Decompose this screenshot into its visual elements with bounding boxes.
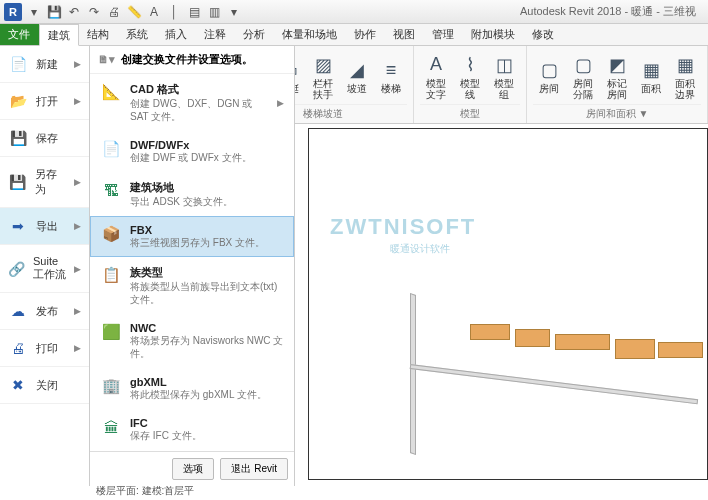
ribbon-button[interactable]: ◩标记 房间 [601, 48, 633, 104]
export-option[interactable]: 🏢gbXML将此模型保存为 gbXML 文件。 [90, 368, 294, 409]
ribbon-label: 栏杆扶手 [311, 78, 335, 100]
app-logo: R [4, 3, 22, 21]
chevron-right-icon: ▶ [74, 264, 81, 274]
file-menu-item[interactable]: 💾保存 [0, 120, 89, 157]
tab-systems[interactable]: 系统 [118, 24, 157, 45]
file-item-label: 导出 [36, 219, 58, 234]
chevron-right-icon: ▶ [74, 221, 81, 231]
tab-insert[interactable]: 插入 [157, 24, 196, 45]
export-option-desc: 将场景另存为 Navisworks NWC 文件。 [130, 334, 284, 360]
export-option[interactable]: 🏛IFC保存 IFC 文件。 [90, 409, 294, 450]
file-item-icon: 📄 [8, 56, 28, 72]
ribbon-icon: ≡ [379, 58, 403, 82]
ribbon-icon: ◩ [605, 53, 629, 77]
tab-file[interactable]: 文件 [0, 24, 39, 45]
qat-view2-icon[interactable]: ▥ [206, 4, 222, 20]
file-menu-item[interactable]: 📄新建▶ [0, 46, 89, 83]
export-option[interactable]: 🟩NWC将场景另存为 Navisworks NWC 文件。 [90, 314, 294, 368]
export-option-icon: 📋 [100, 265, 122, 285]
ribbon-button[interactable]: ◢坡道 [341, 48, 373, 104]
exit-revit-button[interactable]: 退出 Revit [220, 458, 288, 480]
qat-save-icon[interactable]: 💾 [46, 4, 62, 20]
qat-measure-icon[interactable]: 📏 [126, 4, 142, 20]
ribbon-label: 模型 线 [458, 78, 482, 100]
file-menu-item[interactable]: 📂打开▶ [0, 83, 89, 120]
tab-analyze[interactable]: 分析 [235, 24, 274, 45]
ribbon-button[interactable]: ◫模型 组 [488, 48, 520, 104]
ribbon-button[interactable]: ▢房间 分隔 [567, 48, 599, 104]
tab-collab[interactable]: 协作 [346, 24, 385, 45]
qat-view1-icon[interactable]: ▤ [186, 4, 202, 20]
tab-annotate[interactable]: 注释 [196, 24, 235, 45]
ribbon-label: 坡道 [347, 83, 367, 94]
file-item-icon: 💾 [8, 174, 27, 190]
export-option-icon: 📐 [100, 82, 122, 102]
export-option-title: FBX [130, 224, 284, 236]
ribbon-icon: A [424, 53, 448, 77]
export-header: 🗎▾ 创建交换文件并设置选项。 [90, 46, 294, 74]
qat-text-icon[interactable]: A [146, 4, 162, 20]
tab-manage[interactable]: 管理 [424, 24, 463, 45]
ribbon-label: 模型 文字 [424, 78, 448, 100]
export-option-icon: 📦 [100, 224, 122, 244]
file-item-label: 打开 [36, 94, 58, 109]
export-option[interactable]: 📋族类型将族类型从当前族导出到文本(txt)文件。 [90, 257, 294, 314]
export-option[interactable]: 🏗建筑场地导出 ADSK 交换文件。 [90, 172, 294, 216]
file-item-label: 另存为 [35, 167, 66, 197]
file-menu-item[interactable]: ☁发布▶ [0, 293, 89, 330]
tab-architecture[interactable]: 建筑 [39, 24, 79, 46]
export-option-icon: 🏢 [100, 376, 122, 396]
file-item-label: 关闭 [36, 378, 58, 393]
tab-modify[interactable]: 修改 [524, 24, 563, 45]
viewport[interactable]: ZWTNISOFT 暖通设计软件 [300, 124, 708, 500]
ribbon-button[interactable]: ▨栏杆扶手 [307, 48, 339, 104]
ribbon-button[interactable]: ▢房间 [533, 48, 565, 104]
export-option[interactable]: 📐CAD 格式创建 DWG、DXF、DGN 或 SAT 文件。▶ [90, 74, 294, 131]
qat-print-icon[interactable]: 🖨 [106, 4, 122, 20]
file-menu-item[interactable]: ✖关闭 [0, 367, 89, 404]
chevron-right-icon: ▶ [74, 177, 81, 187]
file-menu-item[interactable]: ➡导出▶ [0, 208, 89, 245]
ribbon-button[interactable]: ▦面积 [635, 48, 667, 104]
qat-drop-icon[interactable]: ▾ [226, 4, 242, 20]
chevron-right-icon: ▶ [74, 343, 81, 353]
ribbon-button[interactable]: ≡楼梯 [375, 48, 407, 104]
export-option-desc: 将族类型从当前族导出到文本(txt)文件。 [130, 280, 284, 306]
file-menu-sidebar: 📄新建▶📂打开▶💾保存💾另存为▶➡导出▶🔗Suite 工作流▶☁发布▶🖨打印▶✖… [0, 46, 90, 486]
file-item-label: 打印 [36, 341, 58, 356]
file-item-label: 保存 [36, 131, 58, 146]
export-option[interactable]: 📦FBX将三维视图另存为 FBX 文件。 [90, 216, 294, 257]
file-item-icon: ☁ [8, 303, 28, 319]
ribbon-icon: ▢ [571, 53, 595, 77]
ribbon-icon: ▦ [639, 58, 663, 82]
watermark: ZWTNISOFT [330, 214, 476, 240]
ribbon-button[interactable]: ▦面积 边界 [669, 48, 701, 104]
tab-structure[interactable]: 结构 [79, 24, 118, 45]
export-footer: 选项 退出 Revit [90, 451, 294, 486]
ribbon-label: 面积 [641, 83, 661, 94]
ribbon-label: 面积 边界 [673, 78, 697, 100]
model-duct [615, 339, 655, 359]
tab-addins[interactable]: 附加模块 [463, 24, 524, 45]
tab-massing[interactable]: 体量和场地 [274, 24, 346, 45]
qat-sep-icon: │ [166, 4, 182, 20]
ribbon-button[interactable]: A模型 文字 [420, 48, 452, 104]
file-menu-item[interactable]: 🖨打印▶ [0, 330, 89, 367]
export-option-title: NWC [130, 322, 284, 334]
qat-undo-icon[interactable]: ↶ [66, 4, 82, 20]
export-option-title: IFC [130, 417, 284, 429]
ribbon-button[interactable]: ⌇模型 线 [454, 48, 486, 104]
ribbon-label: 房间 [539, 83, 559, 94]
qat-redo-icon[interactable]: ↷ [86, 4, 102, 20]
qat-open-icon[interactable]: ▾ [26, 4, 42, 20]
recent-icon: 🗎▾ [98, 53, 115, 66]
options-button[interactable]: 选项 [172, 458, 214, 480]
file-menu-item[interactable]: 💾另存为▶ [0, 157, 89, 208]
model-duct [555, 334, 610, 350]
export-option[interactable]: 📄DWF/DWFx创建 DWF 或 DWFx 文件。 [90, 131, 294, 172]
ribbon-icon: ◢ [345, 58, 369, 82]
file-menu-item[interactable]: 🔗Suite 工作流▶ [0, 245, 89, 293]
ribbon-group-label: 模型 [420, 104, 520, 121]
tab-view[interactable]: 视图 [385, 24, 424, 45]
ribbon-group: A模型 文字⌇模型 线◫模型 组模型 [414, 46, 527, 123]
